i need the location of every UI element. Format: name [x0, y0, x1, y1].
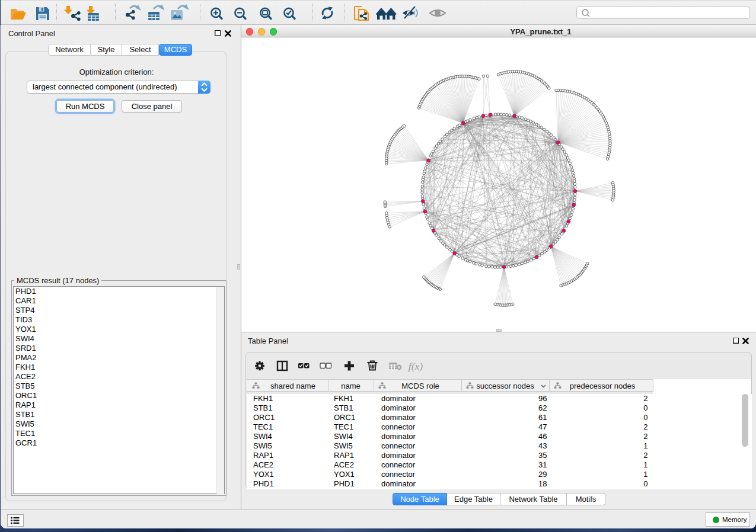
svg-text:f(x): f(x): [409, 360, 423, 372]
